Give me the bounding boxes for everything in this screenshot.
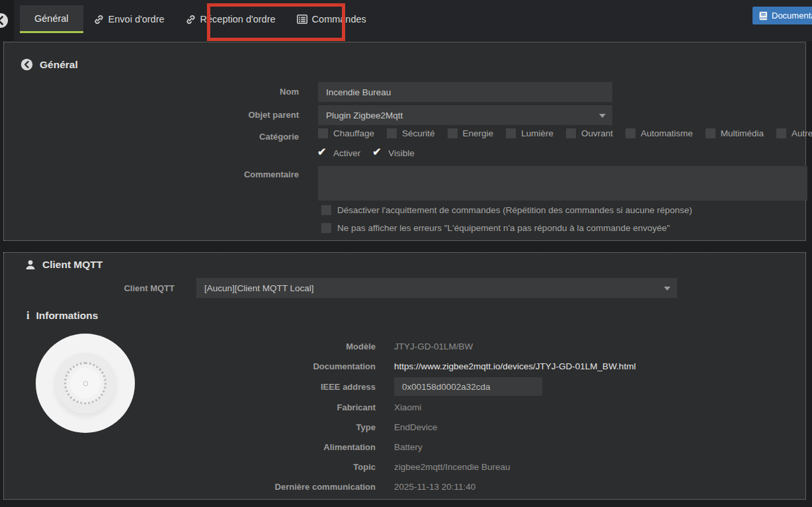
checkbox-autre[interactable]: Autre (776, 128, 812, 138)
back-circle-icon (0, 13, 9, 28)
client-mqtt-value: [Aucun][Client MQTT Local] (204, 283, 314, 293)
checkbox-securite[interactable]: Sécurité (387, 128, 435, 138)
option-ne-pas-afficher-erreurs[interactable]: Ne pas afficher les erreurs "L'équipemen… (321, 223, 670, 233)
general-panel: Général Nom Objet parent Plugin Zigbee2M… (3, 42, 806, 241)
section-title: Client MQTT (42, 259, 102, 271)
tab-label: Général (34, 13, 69, 24)
checkbox-visible[interactable]: Visible (373, 148, 415, 158)
checkmark-icon (373, 148, 383, 158)
chevron-down-icon (664, 287, 670, 291)
flags-row: Activer Visible (318, 148, 427, 158)
nom-input[interactable] (318, 82, 612, 102)
info-row-derniere-communication: Dernière communication 2025-11-13 20:11:… (4, 477, 807, 496)
informations-section-header: i Informations (26, 310, 98, 322)
tab-reception-ordre[interactable]: Réception d'ordre (175, 5, 286, 33)
info-row-topic: Topic zigbee2mqtt/Incendie Bureau (4, 457, 807, 477)
checkbox-icon (566, 128, 576, 138)
info-icon: i (26, 310, 29, 322)
categorie-label: Catégorie (4, 132, 299, 142)
ieee-address-input[interactable] (394, 377, 542, 396)
tab-envoi-ordre[interactable]: Envoi d'ordre (83, 5, 175, 33)
checkbox-multimedia[interactable]: Multimédia (706, 128, 764, 138)
section-title: Informations (36, 310, 98, 322)
tab-bar: Général Envoi d'ordre (0, 0, 812, 41)
link-icon (186, 15, 196, 24)
documentation-button-label: Documentation (772, 11, 812, 21)
list-icon (297, 15, 307, 24)
topic-value: zigbee2mqtt/Incendie Bureau (394, 462, 510, 472)
checkbox-icon (387, 128, 397, 138)
checkbox-icon (506, 128, 516, 138)
link-icon (94, 15, 104, 24)
checkbox-icon (318, 128, 328, 138)
back-corner[interactable] (0, 0, 14, 41)
checkbox-chauffage[interactable]: Chauffage (318, 128, 374, 138)
tab-label: Commandes (312, 14, 366, 24)
tab-commandes[interactable]: Commandes (286, 5, 377, 33)
objet-parent-select[interactable]: Plugin Zigbee2Mqtt (318, 105, 612, 125)
objet-parent-label: Objet parent (4, 110, 299, 120)
info-row-documentation: Documentation https://www.zigbee2mqtt.io… (4, 356, 807, 376)
equipment-config-page: Général Envoi d'ordre (0, 0, 812, 507)
client-mqtt-label: Client MQTT (4, 283, 175, 293)
checkbox-activer[interactable]: Activer (318, 148, 360, 158)
informations-rows: Modèle JTYJ-GD-01LM/BW Documentation htt… (4, 336, 807, 496)
modele-value: JTYJ-GD-01LM/BW (394, 342, 473, 351)
general-section-header: Général (20, 58, 78, 71)
option-desactiver-acquittement[interactable]: Désactiver l'acquittement de commandes (… (321, 205, 692, 215)
checkbox-icon (776, 128, 786, 138)
documentation-link[interactable]: https://www.zigbee2mqtt.io/devices/JTYJ-… (394, 361, 635, 371)
user-icon (25, 259, 36, 270)
client-mqtt-section-header: Client MQTT (25, 259, 102, 271)
alimentation-value: Battery (394, 442, 423, 452)
mqtt-informations-panel: Client MQTT Client MQTT [Aucun][Client M… (3, 252, 806, 500)
checkbox-icon (321, 205, 331, 215)
nom-label: Nom (4, 87, 299, 97)
checkbox-icon (706, 128, 715, 138)
info-row-modele: Modèle JTYJ-GD-01LM/BW (4, 336, 807, 356)
tab-general[interactable]: Général (20, 5, 83, 33)
checkbox-energie[interactable]: Energie (448, 128, 494, 138)
objet-parent-value: Plugin Zigbee2Mqtt (326, 111, 403, 120)
commentaire-label: Commentaire (4, 169, 299, 179)
section-title: Général (40, 59, 78, 71)
categorie-checkboxes: Chauffage Sécurité Energie Lumière Ouvra… (318, 128, 812, 138)
checkmark-icon (318, 148, 328, 158)
fabricant-value: Xiaomi (394, 402, 421, 412)
info-row-fabricant: Fabricant Xiaomi (4, 397, 807, 417)
client-mqtt-select[interactable]: [Aucun][Client MQTT Local] (196, 278, 677, 298)
tab-label: Envoi d'ordre (108, 14, 165, 24)
back-circle-icon[interactable] (20, 58, 33, 71)
info-row-type: Type EndDevice (4, 417, 807, 437)
tab-label: Réception d'ordre (200, 14, 276, 24)
checkbox-automatisme[interactable]: Automatisme (626, 128, 693, 138)
derniere-communication-value: 2025-11-13 20:11:40 (394, 482, 475, 492)
info-row-ieee-address: IEEE address (4, 376, 807, 397)
checkbox-icon (448, 128, 458, 138)
chevron-down-icon (599, 114, 606, 118)
tabs: Général Envoi d'ordre (20, 5, 377, 33)
checkbox-icon (626, 128, 635, 138)
commentaire-textarea[interactable] (318, 166, 807, 201)
checkbox-icon (321, 223, 331, 233)
documentation-button[interactable]: Documentation (752, 7, 812, 24)
type-value: EndDevice (394, 422, 437, 432)
info-row-alimentation: Alimentation Battery (4, 437, 807, 457)
checkbox-ouvrant[interactable]: Ouvrant (566, 128, 613, 138)
book-icon (759, 11, 768, 21)
checkbox-lumiere[interactable]: Lumière (506, 128, 553, 138)
